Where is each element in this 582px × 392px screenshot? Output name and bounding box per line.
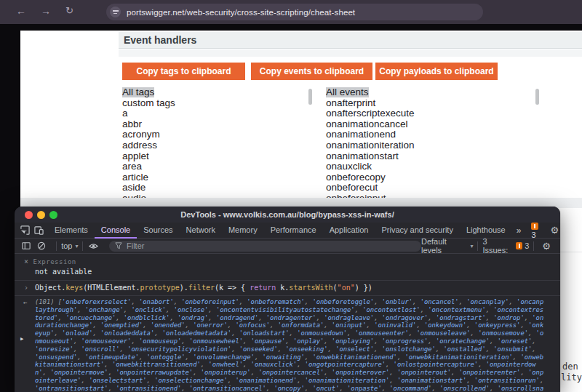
copy-events-button[interactable]: Copy events to clipboard: [251, 63, 372, 80]
tab-memory[interactable]: Memory: [222, 223, 264, 239]
tab-privacy-and-security[interactable]: Privacy and security: [375, 223, 459, 239]
context-selector[interactable]: top▾: [61, 241, 78, 250]
prompt-chevron-icon: ›: [24, 284, 28, 292]
filter-placeholder: Filter: [127, 241, 144, 250]
more-tabs-icon[interactable]: »: [512, 225, 526, 236]
console-sidebar-icon[interactable]: [20, 240, 32, 252]
list-item[interactable]: area: [122, 161, 313, 172]
events-scrollbar-thumb[interactable]: [535, 89, 539, 105]
forward-icon[interactable]: →: [41, 5, 51, 17]
tab-lighthouse[interactable]: Lighthouse: [460, 223, 512, 239]
list-item[interactable]: custom tags: [122, 98, 313, 109]
list-item[interactable]: abbr: [122, 119, 313, 130]
expand-triangle-icon[interactable]: ▶: [20, 336, 23, 342]
command-code: Object.keys(HTMLElement.prototype).filte…: [35, 284, 372, 292]
console-result: ← ▶ (101) ['onbeforexrselect', 'onabort'…: [15, 296, 560, 392]
console-command[interactable]: ›Object.keys(HTMLElement.prototype).filt…: [15, 281, 560, 295]
url-bar[interactable]: portswigger.net/web-security/cross-site-…: [106, 4, 483, 20]
live-expression-header: ×Expression: [15, 254, 560, 265]
browser-address-bar: ← → ↻ portswigger.net/web-security/cross…: [0, 0, 582, 24]
error-icon: [531, 223, 538, 230]
top-black-band: [0, 24, 582, 31]
list-item-selected[interactable]: All events: [326, 87, 540, 98]
issue-icon: [516, 242, 523, 249]
list-item[interactable]: a: [122, 108, 313, 119]
list-item[interactable]: aside: [122, 183, 313, 193]
device-toolbar-icon[interactable]: [34, 225, 44, 236]
funnel-icon: [115, 242, 122, 249]
log-levels-dropdown[interactable]: Default levels▾: [421, 237, 474, 255]
list-item[interactable]: applet: [122, 151, 313, 162]
tab-console[interactable]: Console: [95, 223, 137, 239]
chevron-down-icon: ▾: [470, 243, 473, 249]
inspect-element-icon[interactable]: [20, 225, 30, 236]
live-expression-eye-icon[interactable]: [87, 240, 99, 252]
list-item[interactable]: onauxclick: [326, 161, 540, 172]
list-item-selected[interactable]: All tags: [122, 87, 313, 98]
list-item[interactable]: address: [122, 140, 313, 151]
console-toolbar: top▾ Filter Default levels▾ 3 Issues: 3 …: [15, 239, 560, 254]
tab-performance[interactable]: Performance: [264, 223, 323, 239]
events-listbox[interactable]: All events onafterprint onafterscriptexe…: [326, 87, 540, 198]
list-item[interactable]: acronym: [122, 129, 313, 140]
errors-badge[interactable]: 3: [531, 222, 541, 239]
page-title: Event handlers: [124, 34, 196, 46]
maximize-window-icon[interactable]: [49, 211, 57, 219]
tab-elements[interactable]: Elements: [48, 223, 95, 239]
settings-gear-icon[interactable]: ⚙: [546, 225, 560, 236]
tags-scrollbar-thumb[interactable]: [308, 89, 312, 105]
close-window-icon[interactable]: [25, 211, 33, 219]
copy-tags-button[interactable]: Copy tags to clipboard: [122, 63, 245, 80]
list-item[interactable]: onafterscriptexecute: [326, 108, 540, 119]
live-expression-value: not available: [35, 268, 560, 276]
console-messages: ×Expression not available ›Object.keys(H…: [15, 254, 560, 392]
filter-input[interactable]: Filter: [109, 241, 421, 252]
clear-console-icon[interactable]: [36, 240, 48, 252]
result-array-preview[interactable]: (101) ['onbeforexrselect', 'onabort', 'o…: [35, 298, 544, 392]
close-icon[interactable]: ×: [24, 257, 29, 265]
list-item[interactable]: article: [122, 172, 313, 183]
tab-network[interactable]: Network: [180, 223, 222, 239]
url-text[interactable]: portswigger.net/web-security/cross-site-…: [127, 8, 355, 17]
result-arrow-icon: ←: [23, 299, 27, 306]
window-controls: [25, 211, 57, 219]
console-settings-gear-icon[interactable]: ⚙: [538, 241, 554, 252]
list-item[interactable]: onafterprint: [326, 98, 540, 109]
minimize-window-icon[interactable]: [37, 211, 45, 219]
tags-listbox[interactable]: All tags custom tags a abbr acronym addr…: [122, 87, 313, 198]
tab-application[interactable]: Application: [323, 223, 375, 239]
chevron-down-icon: ▾: [75, 243, 78, 249]
background-text-fragment: lityauto: [561, 372, 582, 383]
reload-icon[interactable]: ↻: [65, 5, 73, 16]
copy-payloads-button[interactable]: Copy payloads to clipboard: [375, 63, 498, 80]
background-text-fragment: den: [562, 361, 578, 372]
list-item[interactable]: onbeforecopy: [326, 172, 540, 183]
devtools-titlebar[interactable]: DevTools - www.volkis.com.au/blog/bypass…: [15, 207, 560, 223]
list-item[interactable]: onanimationiteration: [326, 140, 540, 151]
devtools-tabbar: Elements Console Sources Network Memory …: [15, 223, 560, 239]
back-icon[interactable]: ←: [16, 5, 26, 17]
tab-sources[interactable]: Sources: [137, 223, 179, 239]
list-item[interactable]: onbeforecut: [326, 183, 540, 193]
list-item[interactable]: onanimationstart: [326, 151, 540, 162]
devtools-window: DevTools - www.volkis.com.au/blog/bypass…: [15, 207, 560, 392]
screenshot-root: ← → ↻ portswigger.net/web-security/cross…: [0, 0, 582, 392]
list-item[interactable]: onanimationcancel: [326, 119, 540, 130]
page-divider-fragment: [560, 252, 582, 252]
site-info-icon[interactable]: [110, 7, 121, 17]
list-item[interactable]: onanimationend: [326, 129, 540, 140]
issues-counter[interactable]: 3 Issues: 3: [482, 237, 529, 255]
section-header-tail: [119, 49, 582, 57]
devtools-title: DevTools - www.volkis.com.au/blog/bypass…: [180, 210, 394, 219]
